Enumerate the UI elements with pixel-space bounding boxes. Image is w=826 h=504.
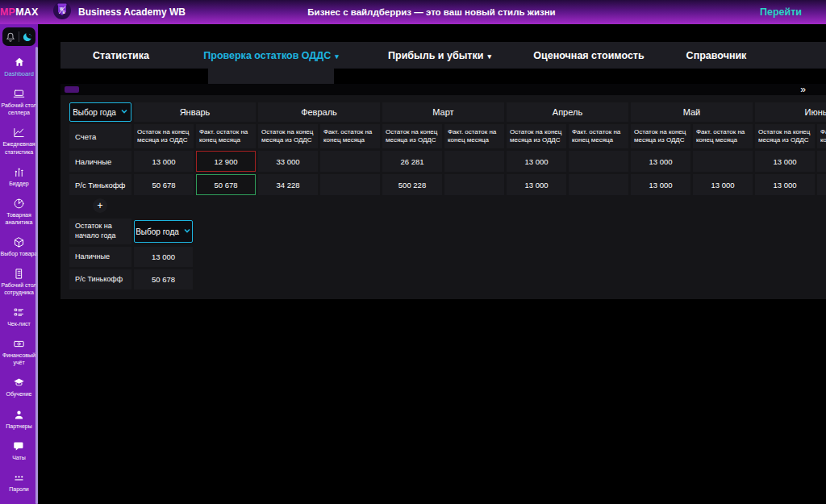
value-cell[interactable] bbox=[320, 174, 380, 195]
column-subheader: Факт. остаток на конец месяца bbox=[693, 124, 753, 148]
chevron-down-icon: ▾ bbox=[335, 52, 339, 60]
active-tab-strip bbox=[60, 69, 826, 84]
table-scrollbar: » bbox=[60, 84, 826, 95]
theme-toggle-group bbox=[2, 27, 35, 46]
sidebar-item-label: Товарная аналитика bbox=[1, 211, 38, 226]
chevron-down-icon bbox=[120, 107, 128, 117]
value-cell[interactable]: 13 000 bbox=[693, 174, 753, 195]
home-icon bbox=[14, 56, 25, 69]
column-subheader: Факт. остаток на конец месяца bbox=[444, 124, 504, 148]
tables-area: Выбор годаЯнварьФевральМартАпрельМайИюнь… bbox=[60, 95, 826, 289]
month-header: Май bbox=[631, 102, 753, 122]
sidebar-item-seller-desktop[interactable]: Рабочий стол селлера bbox=[0, 83, 38, 122]
sidebar-item-employee-desktop[interactable]: Рабочий стол сотрудника bbox=[0, 263, 38, 302]
dark-mode-moon-icon[interactable] bbox=[20, 29, 35, 44]
tab-pnl[interactable]: Прибыль и убытки▾ bbox=[388, 42, 491, 69]
value-cell[interactable] bbox=[320, 151, 380, 172]
column-subheader: Остаток на конец месяца из ОДДС bbox=[258, 124, 318, 148]
column-subheader: Факт. остаток на конец месяца bbox=[196, 124, 256, 148]
value-cell[interactable]: 12 900 bbox=[196, 151, 256, 172]
tab-bar: СтатистикаПроверка остатков ОДДС▾Прибыль… bbox=[60, 42, 826, 69]
table-scrollbar-thumb[interactable] bbox=[65, 86, 79, 93]
tab-label: Справочник bbox=[686, 50, 747, 61]
line-chart-icon bbox=[13, 127, 25, 139]
sidebar-item-checklist[interactable]: Чек-лист bbox=[0, 302, 38, 333]
value-cell[interactable]: 34 228 bbox=[258, 174, 318, 195]
month-header: Январь bbox=[134, 102, 256, 122]
promo-link[interactable]: Перейти bbox=[760, 0, 802, 24]
banknote-icon bbox=[13, 338, 25, 350]
odds-balance-table: Выбор годаЯнварьФевральМартАпрельМайИюнь… bbox=[69, 102, 826, 195]
sidebar-item-bidder[interactable]: Биддер bbox=[0, 160, 38, 192]
value-cell[interactable] bbox=[817, 151, 826, 172]
tab-reference[interactable]: Справочник bbox=[686, 42, 747, 69]
value-cell[interactable]: 13 000 bbox=[755, 174, 815, 195]
value-cell[interactable] bbox=[693, 151, 753, 172]
sidebar-item-education[interactable]: Обучение bbox=[0, 372, 38, 403]
value-cell[interactable]: 13 000 bbox=[755, 151, 815, 172]
tab-odds-check[interactable]: Проверка остатков ОДДС▾ bbox=[203, 42, 338, 69]
sidebar-item-product-analytics[interactable]: Товарная аналитика bbox=[0, 192, 38, 231]
sidebar-item-chats[interactable]: Чаты bbox=[0, 435, 38, 466]
sidebar-item-passwords[interactable]: Пароли bbox=[0, 466, 38, 498]
add-account-button[interactable]: + bbox=[93, 198, 107, 213]
sidebar-item-label: Рабочий стол сотрудника bbox=[1, 281, 38, 296]
tab-statistics[interactable]: Статистика bbox=[93, 42, 149, 69]
tab-label: Оценочная стоимость bbox=[533, 50, 644, 61]
chat-icon bbox=[13, 440, 25, 452]
value-cell[interactable] bbox=[817, 174, 826, 195]
year-select-dropdown[interactable]: Выбор года bbox=[69, 102, 131, 122]
sidebar-scrollbar[interactable] bbox=[35, 47, 38, 504]
sidebar-nav: DashboardРабочий стол селлераЕжедневная … bbox=[0, 51, 38, 504]
brand-title: Business Academy WB bbox=[78, 6, 186, 18]
row-label: Р/с Тинькофф bbox=[69, 174, 131, 195]
scroll-right-button[interactable]: » bbox=[800, 84, 806, 95]
value-cell[interactable]: 13 000 bbox=[507, 174, 566, 195]
value-cell[interactable]: 13 000 bbox=[507, 151, 566, 172]
bar-chart-icon bbox=[13, 166, 25, 178]
sidebar-item-label: Dashboard bbox=[1, 70, 38, 78]
tab-label: Прибыль и убытки bbox=[388, 50, 483, 61]
value-cell[interactable]: 50 678 bbox=[134, 269, 193, 289]
value-cell[interactable] bbox=[444, 151, 504, 172]
sidebar-item-dashboard[interactable]: Dashboard bbox=[0, 51, 38, 83]
value-cell[interactable]: 26 281 bbox=[382, 151, 442, 172]
value-cell[interactable]: 33 000 bbox=[258, 151, 318, 172]
workstation-icon bbox=[13, 268, 25, 280]
value-cell[interactable] bbox=[569, 174, 628, 195]
month-header: Июнь bbox=[755, 102, 826, 122]
sidebar: DashboardРабочий стол селлераЕжедневная … bbox=[0, 24, 38, 504]
sidebar-item-daily-stats[interactable]: Ежедневная статистика bbox=[0, 122, 38, 160]
row-label: Наличные bbox=[69, 151, 131, 172]
value-cell[interactable]: 13 000 bbox=[134, 151, 194, 172]
month-header: Апрель bbox=[507, 102, 628, 122]
value-cell[interactable]: 13 000 bbox=[134, 247, 193, 267]
value-cell[interactable]: 500 228 bbox=[382, 174, 442, 195]
checklist-icon bbox=[13, 306, 25, 319]
sidebar-item-label: Биддер bbox=[1, 180, 38, 187]
chevron-down-icon bbox=[183, 227, 191, 236]
value-cell[interactable]: 50 678 bbox=[134, 174, 194, 195]
value-cell[interactable] bbox=[444, 174, 504, 195]
graduation-cap-icon bbox=[13, 377, 25, 389]
sidebar-item-profile-api[interactable]: Профиль / ключи API bbox=[0, 498, 38, 504]
year-start-balance-table: Остаток на начало годаВыбор годаНаличные… bbox=[69, 219, 193, 289]
cube-icon bbox=[13, 236, 25, 248]
sidebar-item-partners[interactable]: Партнеры bbox=[0, 403, 38, 435]
sidebar-item-product-choice[interactable]: Выбор товара bbox=[0, 231, 38, 262]
value-cell[interactable]: 13 000 bbox=[631, 174, 690, 195]
notifications-bell-icon[interactable] bbox=[2, 29, 18, 44]
value-cell[interactable] bbox=[569, 151, 628, 172]
value-cell[interactable]: 13 000 bbox=[631, 151, 690, 172]
accounts-header: Счета bbox=[69, 124, 131, 148]
sidebar-item-finance[interactable]: Финансовый учёт bbox=[0, 333, 38, 372]
chevron-down-icon: ▾ bbox=[487, 52, 491, 60]
content-panel: СтатистикаПроверка остатков ОДДС▾Прибыль… bbox=[60, 42, 826, 299]
tab-valuation[interactable]: Оценочная стоимость bbox=[533, 42, 644, 69]
year-select-dropdown[interactable]: Выбор года bbox=[134, 220, 193, 243]
column-subheader: Факт. остаток на конец месяца bbox=[320, 124, 380, 148]
app-logo[interactable]: MPMAX bbox=[0, 6, 38, 18]
value-cell[interactable]: 50 678 bbox=[196, 174, 256, 195]
sidebar-item-label: Рабочий стол селлера bbox=[1, 102, 38, 116]
row-label: Наличные bbox=[69, 247, 131, 267]
